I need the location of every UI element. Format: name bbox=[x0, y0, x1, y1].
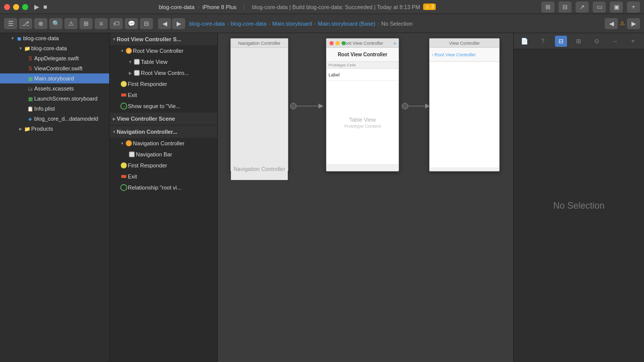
inspector-toggle[interactable]: ⊞ bbox=[541, 2, 554, 13]
breadcrumb-project[interactable]: blog-core-data bbox=[189, 21, 225, 27]
root-vc-2-icon bbox=[133, 69, 141, 77]
scene-root-vc-header[interactable]: Root View Controller S... bbox=[110, 33, 217, 45]
canvas-content: Navigation Controller Navigation Control… bbox=[218, 33, 513, 362]
view-controller-screen[interactable]: View Controller ‹ Root View Controller bbox=[429, 38, 500, 171]
root-vc-nav-title: Root View Controller bbox=[338, 52, 387, 57]
sidebar-item-datamodel[interactable]: ◈ blog_core_d...datamodeld bbox=[0, 114, 109, 124]
segue-arrow-2 bbox=[400, 99, 433, 114]
scene-vc-header[interactable]: View Controller Scene bbox=[110, 113, 217, 125]
root-vc-screen[interactable]: Root View Controller + Root View Control… bbox=[326, 38, 399, 171]
svg-rect-6 bbox=[121, 94, 126, 97]
connections-inspector-tab[interactable]: → bbox=[609, 36, 621, 47]
canvas-area[interactable]: Navigation Controller Navigation Control… bbox=[218, 33, 513, 362]
breadcrumb-base[interactable]: Main.storyboard (Base) bbox=[318, 21, 375, 27]
warning-btn[interactable]: ⚠ bbox=[64, 18, 77, 29]
vc-titlebar: View Controller bbox=[430, 39, 499, 48]
sidebar-toggle[interactable]: ☰ bbox=[4, 18, 17, 29]
comment-btn[interactable]: 💬 bbox=[125, 18, 138, 29]
scene-root-vc-2[interactable]: Root View Contro... bbox=[110, 67, 217, 78]
add-button[interactable]: + bbox=[627, 2, 640, 13]
sidebar-item-appdelegate[interactable]: S AppDelegate.swift bbox=[0, 53, 109, 63]
plist-icon: 📋 bbox=[26, 105, 34, 113]
forward-btn[interactable]: ▶ bbox=[172, 18, 185, 29]
sidebar-item-group[interactable]: 📁 blog-core-data bbox=[0, 43, 109, 53]
grid-btn[interactable]: ⊞ bbox=[79, 18, 93, 29]
project-name[interactable]: blog-core-data bbox=[159, 4, 195, 10]
scene-first-responder-1[interactable]: ! First Responder bbox=[110, 78, 217, 89]
share-button[interactable]: ↗ bbox=[576, 2, 589, 13]
scene-first-responder-2[interactable]: First Responder bbox=[110, 160, 217, 171]
storyboard-icon: ▦ bbox=[26, 74, 34, 82]
sidebar-item-launchscreen[interactable]: ▦ LaunchScreen.storyboard bbox=[0, 94, 109, 104]
assets-label: Assets.xcassets bbox=[34, 85, 74, 92]
filter-btn[interactable]: ⊕ bbox=[34, 18, 47, 29]
play-button[interactable]: ▶ bbox=[34, 3, 39, 11]
launchscreen-label: LaunchScreen.storyboard bbox=[34, 96, 98, 102]
scene-root-vc[interactable]: ⊙ Root View Controller bbox=[110, 45, 217, 56]
minimize-button[interactable] bbox=[13, 4, 19, 10]
table-view-name: Table View bbox=[349, 117, 376, 123]
help-inspector-tab[interactable]: ? bbox=[537, 36, 549, 47]
sidebar-toggle-right[interactable]: ▭ bbox=[593, 2, 606, 13]
library-tab[interactable]: + bbox=[627, 36, 639, 47]
sidebar-item-infoplist[interactable]: 📋 Info.plist bbox=[0, 104, 109, 114]
vc-scene-label: View Controller Scene bbox=[117, 116, 175, 122]
layout-button[interactable]: ⊟ bbox=[558, 2, 572, 13]
project-triangle bbox=[10, 36, 15, 41]
nav-controller-screen[interactable]: Navigation Controller Navigation Control… bbox=[230, 38, 288, 171]
inspector-content: No Selection bbox=[514, 49, 644, 362]
scene-exit-2[interactable]: Exit bbox=[110, 171, 217, 182]
vc-back-btn: ‹ Root View Controller bbox=[432, 52, 476, 57]
size-inspector-tab[interactable]: ⊞ bbox=[573, 36, 585, 47]
diff-btn[interactable]: ⊟ bbox=[140, 18, 153, 29]
breadcrumb-warning[interactable]: ⚠ bbox=[620, 20, 625, 27]
viewcontroller-label: ViewController.swift bbox=[34, 65, 83, 71]
scene-nav-controller[interactable]: Navigation Controller bbox=[110, 138, 217, 149]
sidebar-item-assets[interactable]: 🗂 Assets.xcassets bbox=[0, 83, 109, 94]
search-btn[interactable]: 🔍 bbox=[49, 18, 62, 29]
breadcrumb-prev[interactable]: ◀ bbox=[605, 18, 618, 29]
file-inspector-tab[interactable]: 📄 bbox=[519, 36, 531, 47]
swift-icon-2: S bbox=[26, 64, 34, 72]
nav-bar-label: Navigation Bar bbox=[136, 151, 172, 157]
stop-button[interactable]: ■ bbox=[43, 3, 47, 11]
svg-rect-2 bbox=[134, 59, 139, 64]
identity-inspector-tab[interactable]: ⊙ bbox=[591, 36, 603, 47]
warning-badge[interactable]: ⚠ 3 bbox=[423, 4, 436, 10]
nav-scene-triangle bbox=[112, 129, 117, 134]
panel-toggle[interactable]: ▣ bbox=[610, 2, 623, 13]
scene-nav-bar[interactable]: Navigation Bar bbox=[110, 149, 217, 160]
breadcrumb-storyboard[interactable]: Main.storyboard bbox=[272, 21, 312, 27]
scene-segue[interactable]: → Show segue to "Vie... bbox=[110, 101, 217, 112]
scene-exit-1[interactable]: Exit bbox=[110, 89, 217, 101]
scene-navigator: Root View Controller S... ⊙ Root View Co… bbox=[110, 33, 218, 362]
attribute-inspector-tab[interactable]: ⊟ bbox=[555, 36, 567, 47]
maximize-button[interactable] bbox=[22, 4, 28, 10]
breadcrumb-sep2: › bbox=[269, 21, 271, 27]
tag-btn[interactable]: 🏷 bbox=[110, 18, 123, 29]
device-name[interactable]: iPhone 8 Plus bbox=[202, 4, 236, 10]
scene-nav-header[interactable]: Navigation Controller... bbox=[110, 126, 217, 138]
scene-relationship[interactable]: Relationship "root vi... bbox=[110, 182, 217, 193]
nav-controller-screen-label: Navigation Controller bbox=[238, 41, 280, 46]
svg-point-17 bbox=[402, 103, 408, 109]
close-button[interactable] bbox=[4, 4, 10, 10]
inspector-panel: 📄 ? ⊟ ⊞ ⊙ → + No Selection bbox=[513, 33, 644, 362]
toolbar-left: ☰ ⎇ ⊕ 🔍 ⚠ ⊞ ≡ 🏷 💬 ⊟ bbox=[4, 18, 153, 29]
segue-icon: → bbox=[120, 102, 128, 110]
assets-icon: 🗂 bbox=[26, 84, 34, 93]
list-btn[interactable]: ≡ bbox=[95, 18, 108, 29]
breadcrumb-next[interactable]: ▶ bbox=[627, 18, 640, 29]
sidebar-item-viewcontroller[interactable]: S ViewController.swift bbox=[0, 63, 109, 73]
sidebar-item-products[interactable]: 📁 Products bbox=[0, 124, 109, 134]
inspector-toolbar: 📄 ? ⊟ ⊞ ⊙ → + bbox=[514, 33, 644, 49]
scene-table-view[interactable]: Table View bbox=[110, 56, 217, 67]
source-control[interactable]: ⎇ bbox=[19, 18, 32, 29]
sidebar-item-project-root[interactable]: ◼ blog-core-data bbox=[0, 33, 109, 43]
breadcrumb-group[interactable]: blog-core-data bbox=[231, 21, 267, 27]
back-btn[interactable]: ◀ bbox=[158, 18, 171, 29]
sidebar-item-mainstoryboard[interactable]: ▦ Main.storyboard bbox=[0, 73, 109, 83]
project-icon: ◼ bbox=[15, 34, 23, 42]
titlebar-controls: ⊞ ⊟ ↗ ▭ ▣ + bbox=[541, 2, 640, 13]
breadcrumb-sep4: › bbox=[377, 21, 379, 27]
